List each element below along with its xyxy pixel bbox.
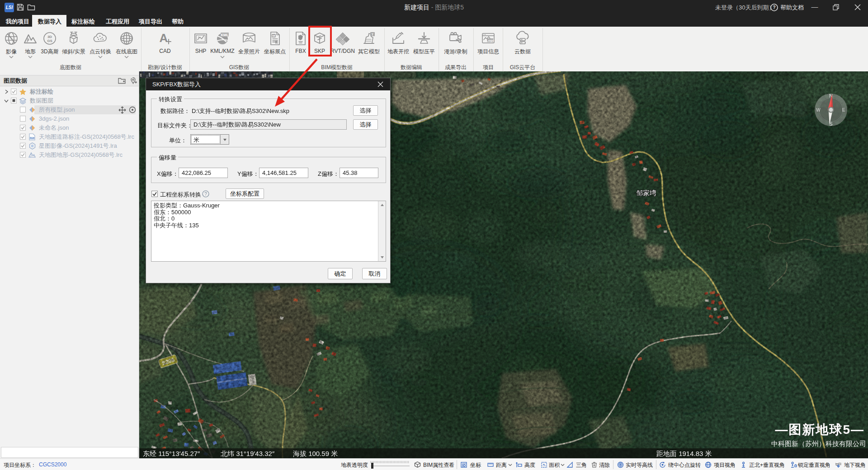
svg-text:Logo: Logo <box>486 39 494 42</box>
svg-text:LRC: LRC <box>30 137 34 139</box>
svg-text:3D: 3D <box>47 35 52 39</box>
svg-text:?: ? <box>204 192 207 197</box>
svg-text:E: E <box>842 108 845 113</box>
svg-text:A: A <box>160 31 168 45</box>
svg-text:北纬 31°19′43.32″: 北纬 31°19′43.32″ <box>221 450 275 457</box>
svg-text:海拔 100.59 米: 海拔 100.59 米 <box>293 450 338 457</box>
svg-text:KML: KML <box>221 33 228 37</box>
svg-text:邹家塆: 邹家塆 <box>637 189 656 197</box>
svg-text:距地面 1914.83 米: 距地面 1914.83 米 <box>656 450 712 457</box>
svg-text:GS: GS <box>47 39 52 43</box>
svg-text:T: T <box>372 33 374 36</box>
svg-text:中科图新（苏州）科技有限公司: 中科图新（苏州）科技有限公司 <box>771 440 866 447</box>
svg-text:W: W <box>816 108 821 113</box>
svg-text:东经 115°13′45.27″: 东经 115°13′45.27″ <box>143 450 200 457</box>
svg-text:T: T <box>273 34 275 37</box>
svg-text:—图新地球5—: —图新地球5— <box>775 423 864 437</box>
svg-text:?: ? <box>773 5 775 10</box>
